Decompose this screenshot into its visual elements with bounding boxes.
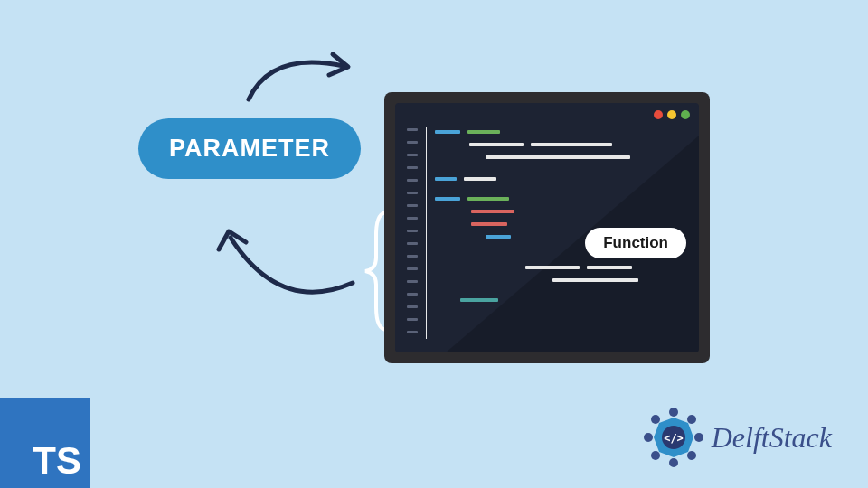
- minimize-dot-icon: [667, 110, 676, 119]
- svg-point-5: [651, 451, 660, 460]
- delftstack-logo: </> DelftStack: [643, 407, 832, 468]
- svg-point-2: [694, 433, 703, 442]
- code-divider: [426, 127, 427, 339]
- curved-arrow-top-icon: [235, 43, 398, 116]
- monitor-frame: Function: [384, 92, 710, 363]
- close-dot-icon: [654, 110, 663, 119]
- maximize-dot-icon: [681, 110, 690, 119]
- curved-arrow-bottom-icon: [199, 197, 380, 305]
- svg-point-4: [669, 458, 678, 467]
- svg-text:</>: </>: [664, 432, 684, 445]
- delftstack-text: DelftStack: [712, 421, 832, 455]
- window-controls: [654, 110, 690, 119]
- svg-point-6: [644, 433, 653, 442]
- code-area: [435, 130, 690, 311]
- delftstack-emblem-icon: </>: [643, 407, 704, 468]
- svg-point-3: [687, 451, 696, 460]
- parameter-badge: PARAMETER: [138, 118, 361, 179]
- monitor-screen: Function: [395, 103, 699, 352]
- function-badge: Function: [585, 228, 686, 258]
- code-monitor: Function: [384, 92, 710, 363]
- svg-point-7: [651, 415, 660, 424]
- line-gutter: [402, 128, 422, 333]
- ts-logo-text: TS: [33, 439, 81, 483]
- svg-point-0: [669, 408, 678, 417]
- svg-point-1: [687, 415, 696, 424]
- typescript-logo: TS: [0, 398, 90, 488]
